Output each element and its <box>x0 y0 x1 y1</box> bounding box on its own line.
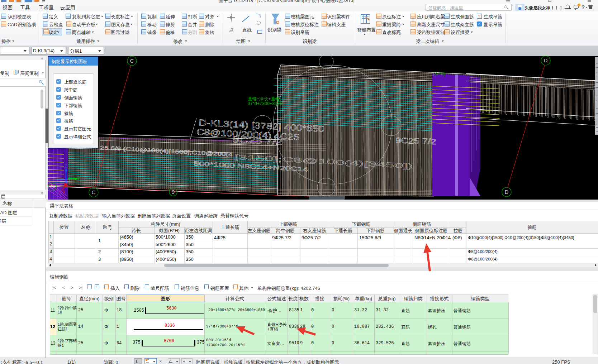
svg-text:直锚+净长+直锚: 直锚+净长+直锚 <box>248 96 280 101</box>
svg-text:9C25 7/2: 9C25 7/2 <box>395 136 436 146</box>
svg-text:9: 9 <box>51 183 54 190</box>
svg-text:9: 9 <box>172 189 175 195</box>
svg-text:X: X <box>62 190 65 195</box>
svg-text:C: C <box>130 58 134 64</box>
svg-text:C: C <box>92 189 96 195</box>
svg-text:Y: Y <box>77 176 80 181</box>
svg-text:D: D <box>505 189 509 195</box>
svg-text:37*d+7300+3336: 37*d+7300+3336 <box>248 101 282 106</box>
svg-text:Z: Z <box>65 164 67 169</box>
svg-text:|37*d|: |37*d| <box>433 71 445 76</box>
svg-text:D: D <box>544 57 548 63</box>
